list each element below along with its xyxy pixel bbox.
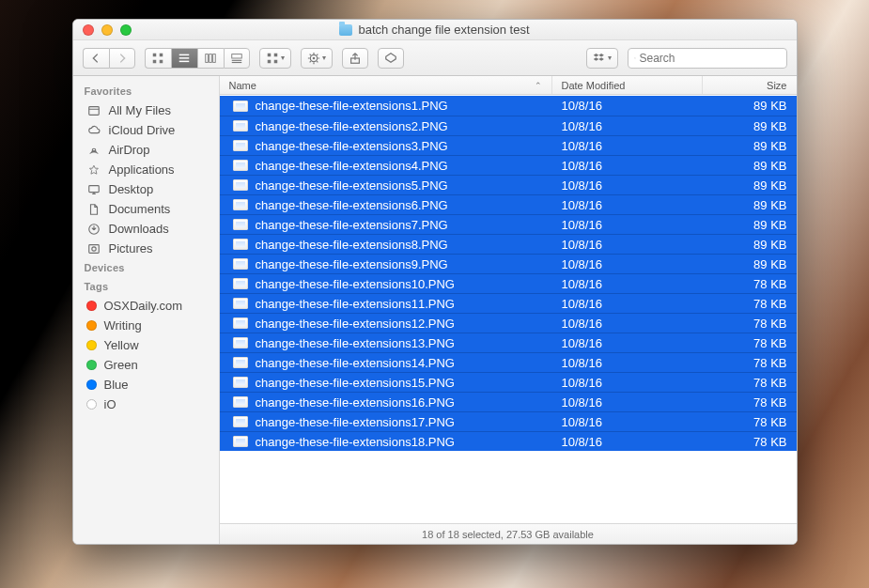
sidebar-item-pictures[interactable]: Pictures (73, 239, 219, 258)
table-row[interactable]: change-these-file-extensions17.PNG10/8/1… (220, 411, 797, 431)
table-row[interactable]: change-these-file-extensions7.PNG10/8/16… (220, 214, 797, 234)
window-title: batch change file extension test (73, 23, 797, 37)
file-date: 10/8/16 (552, 257, 703, 271)
file-name: change-these-file-extensions12.PNG (256, 317, 455, 331)
column-date[interactable]: Date Modified (552, 76, 703, 94)
sidebar-section-favorites: Favorites (73, 82, 219, 101)
file-name: change-these-file-extensions10.PNG (256, 277, 455, 291)
column-name[interactable]: Name ⌃ (220, 76, 552, 94)
table-row[interactable]: change-these-file-extensions8.PNG10/8/16… (220, 234, 797, 254)
table-row[interactable]: change-these-file-extensions18.PNG10/8/1… (220, 431, 797, 451)
file-name: change-these-file-extensions5.PNG (256, 178, 448, 193)
forward-button[interactable] (109, 48, 135, 69)
sidebar-section-tags: Tags (73, 277, 219, 296)
file-size: 89 KB (703, 257, 797, 271)
file-size: 89 KB (703, 119, 797, 133)
file-thumbnail-icon (233, 278, 248, 289)
sidebar-item-desktop[interactable]: Desktop (73, 179, 219, 199)
zoom-window-button[interactable] (120, 24, 132, 36)
coverflow-view-button[interactable] (224, 48, 250, 69)
share-button[interactable] (342, 48, 368, 69)
arrange-button[interactable]: ▾ (259, 48, 291, 69)
column-view-button[interactable] (197, 48, 224, 69)
tags-button[interactable] (378, 48, 404, 69)
sidebar-item-documents[interactable]: Documents (73, 199, 219, 219)
svg-rect-0 (153, 53, 157, 56)
file-date: 10/8/16 (552, 317, 703, 331)
table-row[interactable]: change-these-file-extensions6.PNG10/8/16… (220, 194, 797, 214)
dropbox-button[interactable]: ▾ (586, 48, 618, 69)
file-thumbnail-icon (233, 298, 248, 309)
file-thumbnail-icon (233, 317, 248, 329)
table-row[interactable]: change-these-file-extensions4.PNG10/8/16… (220, 155, 797, 175)
column-name-label: Name (229, 80, 256, 91)
status-text: 18 of 18 selected, 27.53 GB available (422, 529, 594, 540)
column-size[interactable]: Size (703, 76, 797, 94)
sidebar-tag-item[interactable]: Writing (73, 316, 219, 335)
all-my-files-icon (86, 104, 101, 117)
svg-point-20 (634, 57, 635, 58)
svg-rect-13 (267, 53, 271, 56)
file-name: change-these-file-extensions2.PNG (256, 119, 448, 133)
sidebar-item-applications[interactable]: Applications (73, 160, 219, 179)
file-name: change-these-file-extensions18.PNG (256, 435, 455, 449)
file-size: 78 KB (703, 336, 797, 350)
table-row[interactable]: change-these-file-extensions3.PNG10/8/16… (220, 135, 797, 155)
back-button[interactable] (83, 48, 109, 69)
sidebar-item-label: Yellow (104, 338, 139, 352)
table-row[interactable]: change-these-file-extensions16.PNG10/8/1… (220, 392, 797, 411)
file-list[interactable]: change-these-file-extensions1.PNG10/8/16… (220, 95, 797, 523)
table-row[interactable]: change-these-file-extensions2.PNG10/8/16… (220, 116, 797, 135)
table-row[interactable]: change-these-file-extensions12.PNG10/8/1… (220, 313, 797, 333)
search-field[interactable] (628, 48, 787, 69)
svg-rect-25 (88, 244, 99, 253)
list-view-button[interactable] (171, 48, 197, 69)
close-window-button[interactable] (83, 24, 94, 36)
file-name: change-these-file-extensions16.PNG (256, 395, 455, 410)
table-row[interactable]: change-these-file-extensions14.PNG10/8/1… (220, 352, 797, 372)
file-size: 89 KB (703, 198, 797, 212)
svg-rect-8 (209, 54, 212, 62)
table-row[interactable]: change-these-file-extensions10.PNG10/8/1… (220, 273, 797, 293)
file-date: 10/8/16 (552, 376, 703, 390)
table-row[interactable]: change-these-file-extensions11.PNG10/8/1… (220, 293, 797, 313)
sidebar-tag-item[interactable]: OSXDaily.com (73, 296, 219, 316)
file-size: 89 KB (703, 99, 797, 113)
file-name: change-these-file-extensions17.PNG (256, 415, 455, 429)
sidebar-item-icloud[interactable]: iCloud Drive (73, 120, 219, 140)
svg-rect-7 (206, 54, 209, 62)
titlebar: batch change file extension test (73, 20, 797, 40)
file-date: 10/8/16 (552, 99, 703, 113)
file-name: change-these-file-extensions3.PNG (256, 139, 448, 153)
sidebar-item-downloads[interactable]: Downloads (73, 219, 219, 239)
file-thumbnail-icon (233, 239, 248, 250)
svg-rect-1 (160, 53, 163, 56)
table-row[interactable]: change-these-file-extensions1.PNG10/8/16… (220, 96, 797, 116)
sidebar-item-all-my-files[interactable]: All My Files (73, 101, 219, 120)
minimize-window-button[interactable] (101, 24, 113, 36)
svg-rect-6 (179, 60, 190, 61)
sidebar-tag-item[interactable]: Blue (73, 375, 219, 395)
file-date: 10/8/16 (552, 238, 703, 252)
svg-rect-15 (267, 59, 271, 63)
table-row[interactable]: change-these-file-extensions15.PNG10/8/1… (220, 372, 797, 392)
file-thumbnail-icon (233, 357, 248, 368)
column-header: Name ⌃ Date Modified Size (220, 76, 797, 95)
table-row[interactable]: change-these-file-extensions9.PNG10/8/16… (220, 254, 797, 273)
sidebar-item-label: Desktop (109, 182, 154, 196)
file-size: 89 KB (703, 218, 797, 232)
sidebar-item-label: Blue (104, 378, 129, 392)
icon-view-button[interactable] (145, 48, 171, 69)
sidebar-item-airdrop[interactable]: AirDrop (73, 140, 219, 160)
table-row[interactable]: change-these-file-extensions5.PNG10/8/16… (220, 175, 797, 194)
table-row[interactable]: change-these-file-extensions13.PNG10/8/1… (220, 333, 797, 352)
file-thumbnail-icon (233, 416, 248, 427)
sidebar-tag-item[interactable]: iO (73, 395, 219, 414)
action-button[interactable]: ▾ (301, 48, 333, 69)
tag-color-dot (86, 360, 97, 370)
window-body: Favorites All My FilesiCloud DriveAirDro… (73, 76, 797, 544)
search-input[interactable] (640, 52, 781, 65)
sidebar-tag-item[interactable]: Yellow (73, 335, 219, 355)
file-name: change-these-file-extensions8.PNG (256, 238, 448, 252)
sidebar-tag-item[interactable]: Green (73, 355, 219, 375)
